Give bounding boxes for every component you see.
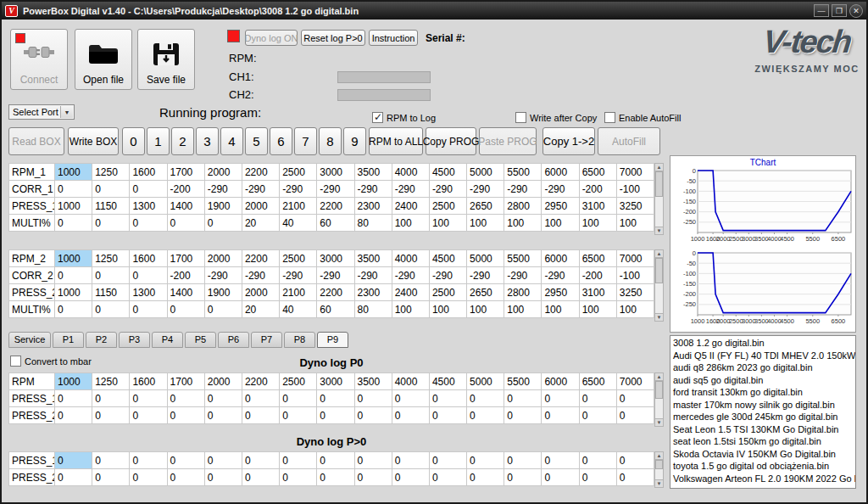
tab-p9[interactable]: P9 xyxy=(317,332,348,348)
grid-cell[interactable]: 0 xyxy=(55,215,92,232)
file-list-item[interactable]: seat leon 1.5tsi 150km go digital.bin xyxy=(670,435,855,448)
grid-cell[interactable]: 1600 xyxy=(130,164,167,181)
file-list-item[interactable]: mercedes gle 300d 245km go digital.bin xyxy=(670,411,855,423)
scroll-thumb[interactable] xyxy=(655,258,663,283)
grid-cell[interactable]: 0 xyxy=(616,390,654,407)
grid-cell[interactable]: 6500 xyxy=(579,164,616,181)
grid-cell[interactable]: 0 xyxy=(130,301,167,318)
grid-cell[interactable]: 4500 xyxy=(429,373,466,390)
write-after-copy-checkbox[interactable]: Write after Copy xyxy=(515,112,597,123)
grid-cell[interactable]: 0 xyxy=(130,215,167,232)
digit-button-3[interactable]: 3 xyxy=(196,127,219,155)
grid-cell[interactable]: 0 xyxy=(92,390,130,407)
file-list[interactable]: 3008 1.2 go digital.binAudi Q5 II (FY FL… xyxy=(670,335,856,489)
grid-cell[interactable]: 2300 xyxy=(354,284,392,301)
grid-cell[interactable]: 0 xyxy=(467,407,504,424)
tab-p5[interactable]: P5 xyxy=(185,332,216,348)
enable-autofill-checkbox[interactable]: Enable AutoFill xyxy=(604,112,681,123)
file-list-item[interactable]: audi q8 286km 2023 go digital.bin xyxy=(670,361,855,374)
grid-cell[interactable]: -100 xyxy=(616,267,654,284)
grid-cell[interactable]: -290 xyxy=(280,267,317,284)
grid-cell[interactable]: -290 xyxy=(429,181,466,198)
grid-cell[interactable]: -290 xyxy=(204,181,242,198)
grid-cell[interactable]: 1700 xyxy=(167,164,204,181)
grid-cell[interactable]: 5000 xyxy=(467,250,504,267)
grid-cell[interactable]: 2300 xyxy=(354,198,392,215)
grid-cell[interactable]: 4500 xyxy=(429,250,466,267)
digit-button-5[interactable]: 5 xyxy=(245,127,268,155)
grid-cell[interactable]: 100 xyxy=(467,301,504,318)
grid-cell[interactable]: 2400 xyxy=(392,284,429,301)
program2-scrollbar[interactable] xyxy=(654,249,664,322)
scroll-down-icon[interactable] xyxy=(654,418,664,427)
grid-cell[interactable]: 1900 xyxy=(204,284,242,301)
program1-scrollbar[interactable] xyxy=(654,163,664,235)
digit-button-8[interactable]: 8 xyxy=(319,127,342,155)
grid-cell[interactable]: 0 xyxy=(55,267,92,284)
grid-cell[interactable]: 1000 xyxy=(55,250,92,267)
grid-cell[interactable]: 0 xyxy=(130,469,167,486)
grid-cell[interactable]: 0 xyxy=(317,390,354,407)
grid-cell[interactable]: -290 xyxy=(204,267,242,284)
grid-cell[interactable]: -290 xyxy=(542,267,579,284)
tab-p6[interactable]: P6 xyxy=(218,332,249,348)
grid-cell[interactable]: 100 xyxy=(504,215,542,232)
grid-cell[interactable]: 2100 xyxy=(280,198,317,215)
file-list-item[interactable]: Volkswagen Arteon FL 2.0 190KM 2022 Go D… xyxy=(670,473,855,485)
grid-cell[interactable]: -290 xyxy=(317,181,354,198)
grid-cell[interactable]: 3500 xyxy=(354,164,392,181)
grid-cell[interactable]: 0 xyxy=(242,469,279,486)
grid-cell[interactable]: 0 xyxy=(55,181,92,198)
grid-cell[interactable]: 0 xyxy=(130,452,167,469)
grid-cell[interactable]: 0 xyxy=(429,452,466,469)
open-file-button[interactable]: Open file xyxy=(75,29,132,90)
grid-cell[interactable]: 2500 xyxy=(280,164,317,181)
tab-service[interactable]: Service xyxy=(8,332,51,348)
connect-button[interactable]: Connect xyxy=(10,29,68,90)
tab-p7[interactable]: P7 xyxy=(251,332,282,348)
grid-cell[interactable]: 100 xyxy=(579,301,616,318)
grid-cell[interactable]: 0 xyxy=(167,301,204,318)
reset-log-button[interactable]: Reset log P>0 xyxy=(301,30,365,46)
grid-cell[interactable]: 3500 xyxy=(354,373,392,390)
grid-cell[interactable]: 40 xyxy=(280,215,317,232)
close-button[interactable]: ✕ xyxy=(849,4,863,18)
grid-cell[interactable]: 0 xyxy=(467,390,504,407)
grid-cell[interactable]: 5500 xyxy=(504,250,542,267)
grid-cell[interactable]: 0 xyxy=(392,452,429,469)
grid-cell[interactable]: 0 xyxy=(130,407,167,424)
scroll-down-icon[interactable] xyxy=(654,479,664,488)
grid-cell[interactable]: 1400 xyxy=(167,198,204,215)
grid-cell[interactable]: 7000 xyxy=(616,373,654,390)
grid-cell[interactable]: 7000 xyxy=(616,164,654,181)
grid-cell[interactable]: 4000 xyxy=(392,250,429,267)
grid-cell[interactable]: 6000 xyxy=(542,250,579,267)
grid-cell[interactable]: 0 xyxy=(579,469,616,486)
grid-cell[interactable]: 6500 xyxy=(579,250,616,267)
grid-cell[interactable]: 2100 xyxy=(280,284,317,301)
grid-cell[interactable]: 4000 xyxy=(392,373,429,390)
grid-cell[interactable]: -290 xyxy=(354,181,392,198)
grid-cell[interactable]: 0 xyxy=(354,390,392,407)
grid-cell[interactable]: 0 xyxy=(467,452,504,469)
grid-cell[interactable]: 1150 xyxy=(92,284,130,301)
grid-cell[interactable]: 100 xyxy=(616,301,654,318)
grid-cell[interactable]: 0 xyxy=(92,452,130,469)
grid-cell[interactable]: 6000 xyxy=(542,373,579,390)
grid-cell[interactable]: 0 xyxy=(542,452,579,469)
grid-cell[interactable]: 0 xyxy=(55,301,92,318)
grid-cell[interactable]: 20 xyxy=(242,301,279,318)
digit-button-6[interactable]: 6 xyxy=(270,127,292,155)
grid-cell[interactable]: 1600 xyxy=(130,373,167,390)
grid-cell[interactable]: 7000 xyxy=(616,250,654,267)
grid-cell[interactable]: 3000 xyxy=(317,250,354,267)
grid-cell[interactable]: 0 xyxy=(167,452,204,469)
grid-cell[interactable]: 1300 xyxy=(130,284,167,301)
file-list-item[interactable]: audi sq5 go digital.bin xyxy=(670,374,855,387)
dyno-p0-scrollbar[interactable] xyxy=(654,372,664,427)
grid-cell[interactable]: 2950 xyxy=(542,198,579,215)
tab-p2[interactable]: P2 xyxy=(86,332,117,348)
grid-cell[interactable]: 0 xyxy=(55,452,92,469)
file-list-item[interactable]: Audi Q5 II (FY FL) 40 TDI MHEV 2.0 150kW… xyxy=(670,350,855,362)
grid-cell[interactable]: 5000 xyxy=(467,164,504,181)
